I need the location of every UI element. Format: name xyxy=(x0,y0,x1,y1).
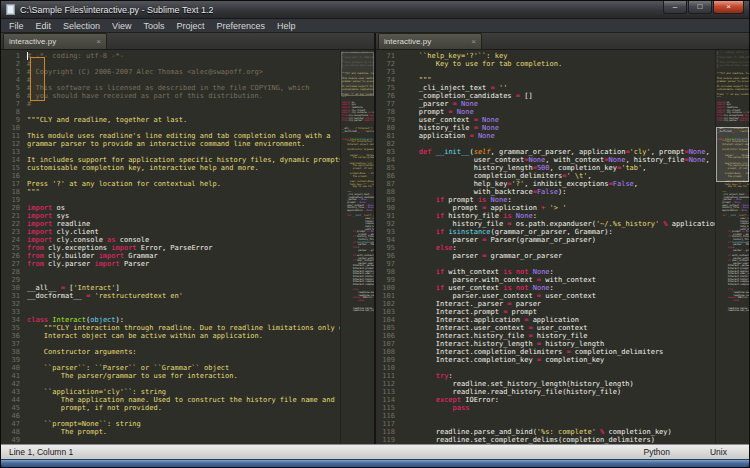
code-line[interactable]: history_file = os.path.expanduser('~/.%s… xyxy=(402,220,715,228)
line-number[interactable]: 83 xyxy=(376,148,395,156)
code-line[interactable]: __all__ = ['Interact'] xyxy=(27,284,340,292)
code-line[interactable]: if prompt is None: xyxy=(402,196,715,204)
line-number[interactable]: 109 xyxy=(376,356,395,364)
code-line[interactable]: It includes support for application spec… xyxy=(27,156,340,164)
code-line[interactable]: parser.with_context = with_context xyxy=(402,276,715,284)
line-number[interactable]: 114 xyxy=(376,396,395,404)
code-line[interactable] xyxy=(27,172,340,180)
code-line[interactable]: ``parser``: ``Parser`` or ``Grammar`` ob… xyxy=(27,364,340,372)
code-line[interactable] xyxy=(27,340,340,348)
code-line[interactable]: customisable completion key, interactive… xyxy=(27,164,340,172)
code-line[interactable]: # xyxy=(27,60,340,68)
line-number[interactable]: 19 xyxy=(1,196,20,204)
line-number[interactable]: 38 xyxy=(1,348,20,356)
code-line[interactable]: """CLY interaction through readline. Due… xyxy=(27,324,340,332)
line-number[interactable]: 2 xyxy=(1,60,20,68)
code-line[interactable]: from cly.builder import Grammar xyxy=(27,252,340,260)
code-line[interactable]: history_length=500, completion_key='tab'… xyxy=(402,164,715,172)
line-number[interactable]: 25 xyxy=(1,244,20,252)
code-line[interactable]: else: xyxy=(402,244,715,252)
window-frame-bottom[interactable] xyxy=(1,459,749,467)
line-number[interactable]: 6 xyxy=(1,92,20,100)
code-line[interactable]: """ xyxy=(402,76,715,84)
line-number[interactable]: 4 xyxy=(1,76,20,84)
code-line[interactable] xyxy=(27,436,340,444)
code-line[interactable]: prompt = None xyxy=(402,108,715,116)
line-number[interactable]: 97 xyxy=(376,260,395,268)
line-number[interactable]: 31 xyxy=(1,292,20,300)
line-number[interactable]: 5 xyxy=(1,84,20,92)
line-number[interactable]: 101 xyxy=(376,292,395,300)
code-line[interactable]: The application name. Used to construct … xyxy=(27,396,340,404)
line-number[interactable]: 3 xyxy=(1,68,20,76)
line-number[interactable]: 112 xyxy=(376,380,395,388)
line-number[interactable]: 94 xyxy=(376,236,395,244)
line-number[interactable]: 16 xyxy=(1,172,20,180)
tab-close-icon[interactable]: × xyxy=(93,37,101,46)
code-line[interactable]: # -*- coding: utf-8 -*- xyxy=(27,52,340,60)
line-number[interactable]: 49 xyxy=(1,436,20,444)
code-line[interactable]: application = None xyxy=(402,132,715,140)
line-number[interactable]: 115 xyxy=(376,404,395,412)
code-line[interactable]: import readline xyxy=(27,220,340,228)
line-number[interactable]: 36 xyxy=(1,332,20,340)
menu-view[interactable]: View xyxy=(106,19,137,33)
line-number[interactable]: 76 xyxy=(376,92,395,100)
code-line[interactable] xyxy=(27,356,340,364)
code-line[interactable]: grammar parser to provide an interactive… xyxy=(27,140,340,148)
code-line[interactable] xyxy=(402,420,715,428)
line-number[interactable]: 71 xyxy=(376,52,395,60)
line-number[interactable]: 84 xyxy=(376,156,395,164)
code-line[interactable]: if isinstance(grammar_or_parser, Grammar… xyxy=(402,228,715,236)
line-endings-status[interactable]: Unix xyxy=(710,447,727,457)
syntax-mode-status[interactable]: Python xyxy=(644,447,670,457)
code-line[interactable]: Interact._parser = parser xyxy=(402,300,715,308)
line-number[interactable]: 104 xyxy=(376,316,395,324)
line-number[interactable]: 81 xyxy=(376,132,395,140)
code-line[interactable]: Interact.prompt = prompt xyxy=(402,308,715,316)
code-line[interactable]: help_key='?', inhibit_exceptions=False, xyxy=(402,180,715,188)
code-line[interactable] xyxy=(402,364,715,372)
code-line[interactable] xyxy=(402,412,715,420)
line-number[interactable]: 30 xyxy=(1,284,20,292)
code-line[interactable]: Interact.history_file = history_file xyxy=(402,332,715,340)
code-line[interactable]: history_file = None xyxy=(402,124,715,132)
code-line[interactable]: ``application='cly'``: string xyxy=(27,388,340,396)
menu-preferences[interactable]: Preferences xyxy=(210,19,271,33)
line-number[interactable]: 82 xyxy=(376,140,395,148)
code-line[interactable]: ``help_key='?'``: key xyxy=(402,52,715,60)
line-number[interactable]: 73 xyxy=(376,68,395,76)
line-number[interactable]: 10 xyxy=(1,124,20,132)
code-line[interactable]: _cli_inject_text = '' xyxy=(402,84,715,92)
line-number[interactable]: 117 xyxy=(376,420,395,428)
minimize-button[interactable]: – xyxy=(663,1,687,14)
code-line[interactable]: if history_file is None: xyxy=(402,212,715,220)
code-line[interactable] xyxy=(27,196,340,204)
line-number[interactable]: 40 xyxy=(1,364,20,372)
line-number[interactable]: 39 xyxy=(1,356,20,364)
tab-close-icon[interactable]: × xyxy=(468,37,476,46)
line-number[interactable]: 90 xyxy=(376,204,395,212)
line-number[interactable]: 86 xyxy=(376,172,395,180)
line-number[interactable]: 99 xyxy=(376,276,395,284)
line-number[interactable]: 79 xyxy=(376,116,395,124)
code-line[interactable]: Constructor arguments: xyxy=(27,348,340,356)
line-number[interactable]: 48 xyxy=(1,428,20,436)
code-line[interactable]: Interact.completion_delimiters = complet… xyxy=(402,348,715,356)
code-line[interactable]: import sys xyxy=(27,212,340,220)
line-number[interactable]: 41 xyxy=(1,372,20,380)
code-line[interactable]: pass xyxy=(402,404,715,412)
close-button[interactable]: × xyxy=(713,1,744,14)
code-line[interactable] xyxy=(402,68,715,76)
line-number[interactable]: 111 xyxy=(376,372,395,380)
line-number[interactable]: 12 xyxy=(1,140,20,148)
menu-selection[interactable]: Selection xyxy=(57,19,106,33)
menu-file[interactable]: File xyxy=(3,19,30,33)
code-line[interactable]: Interact.user_context = user_context xyxy=(402,324,715,332)
code-line[interactable]: class Interact(object): xyxy=(27,316,340,324)
minimap-left[interactable]: # -*- coding: utf-8 -*-## Copyright (C) … xyxy=(340,50,374,444)
code-line[interactable]: # you should have received as part of th… xyxy=(27,92,340,100)
code-line[interactable]: user_context = None xyxy=(402,116,715,124)
code-line[interactable] xyxy=(27,276,340,284)
title-bar[interactable]: C:\Sample Files\interactive.py - Sublime… xyxy=(1,1,749,19)
